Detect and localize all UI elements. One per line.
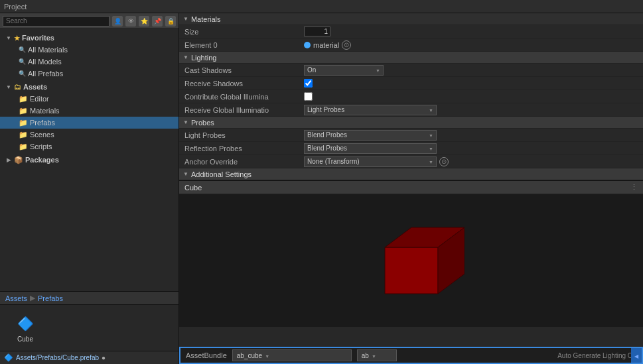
breadcrumb-assets[interactable]: Assets	[5, 294, 27, 302]
size-input[interactable]	[304, 27, 330, 36]
cast-shadows-dropdown[interactable]: On	[304, 65, 384, 76]
probes-section-header[interactable]: Probes	[179, 117, 643, 129]
receive-gi-dropdown[interactable]: Light Probes	[304, 105, 437, 115]
top-bar: Project	[0, 0, 643, 13]
star-icon[interactable]: ⭐	[139, 16, 149, 27]
anchor-override-value: None (Transform)	[304, 156, 638, 167]
all-materials-label: All Materials	[28, 46, 68, 54]
contribute-gi-checkbox[interactable]	[304, 92, 313, 101]
scripts-folder-icon: 📁	[19, 143, 28, 151]
light-probes-value: Blend Probes	[304, 130, 638, 141]
scenes-item[interactable]: 📁 Scenes	[0, 129, 179, 141]
left-toolbar: 👤 👁 ⭐ 📌 🔒	[0, 13, 179, 29]
all-prefabs-label: All Prefabs	[28, 70, 63, 78]
all-models-label: All Models	[28, 58, 62, 66]
anchor-override-target-icon[interactable]	[439, 157, 449, 166]
pin-icon[interactable]: 📌	[152, 16, 163, 27]
search-small-icon3: 🔍	[19, 70, 26, 77]
probes-section-arrow	[183, 119, 188, 125]
preview-label: Cube	[184, 184, 202, 192]
light-probes-dropdown[interactable]: Blend Probes	[304, 130, 437, 141]
anchor-override-dropdown[interactable]: None (Transform)	[304, 156, 437, 167]
packages-header[interactable]: 📦 Packages	[0, 154, 179, 166]
favorites-label: Favorites	[22, 34, 54, 42]
receive-gi-row: Receive Global Illuminatio Light Probes	[179, 103, 643, 117]
variant-dropdown-text: ab	[362, 352, 369, 359]
cast-shadows-value: On	[304, 65, 638, 76]
element0-text: material	[313, 41, 339, 49]
receive-shadows-row: Receive Shadows	[179, 77, 643, 90]
editor-label: Editor	[30, 95, 49, 103]
reflection-probes-dropdown-text: Blend Probes	[307, 145, 347, 152]
breadcrumb: Assets ▶ Prefabs	[0, 292, 179, 305]
right-panel: Materials Size Element 0 material Ligh	[179, 13, 643, 364]
lighting-section-label: Lighting	[191, 54, 217, 62]
scenes-label: Scenes	[30, 131, 54, 139]
lock-icon[interactable]: 🔒	[165, 16, 176, 27]
reflection-probes-row: Reflection Probes Blend Probes	[179, 142, 643, 155]
receive-gi-dropdown-text: Light Probes	[307, 106, 344, 113]
favorites-star-icon: ★	[14, 34, 20, 42]
anchor-override-dropdown-arrow	[426, 158, 433, 165]
bundle-dropdown[interactable]: ab_cube	[232, 349, 352, 361]
assetbundle-label: AssetBundle	[186, 351, 227, 359]
receive-gi-dropdown-arrow	[426, 106, 433, 113]
editor-item[interactable]: 📁 Editor	[0, 93, 179, 105]
element0-row: Element 0 material	[179, 38, 643, 52]
materials-item[interactable]: 📁 Materials	[0, 105, 179, 117]
modified-dot: ●	[102, 354, 106, 361]
element0-target-icon[interactable]	[342, 40, 351, 50]
element0-label: Element 0	[184, 41, 304, 49]
search-input[interactable]	[3, 16, 109, 27]
reflection-probes-label: Reflection Probes	[184, 145, 304, 152]
light-probes-row: Light Probes Blend Probes	[179, 129, 643, 142]
additional-section-arrow	[183, 171, 188, 177]
receive-shadows-checkbox[interactable]	[304, 79, 313, 88]
breadcrumb-prefabs[interactable]: Prefabs	[38, 294, 63, 302]
person-icon[interactable]: 👤	[112, 16, 123, 27]
all-prefabs-item[interactable]: 🔍 All Prefabs	[0, 68, 179, 80]
materials-label: Materials	[30, 107, 60, 115]
eye-icon[interactable]: 👁	[125, 16, 136, 27]
prefabs-item[interactable]: 📁 Prefabs	[0, 117, 179, 129]
svg-marker-0	[385, 247, 438, 294]
assets-folder-icon: 🗂	[14, 83, 21, 91]
scripts-item[interactable]: 📁 Scripts	[0, 141, 179, 152]
variant-dropdown-arrow	[372, 352, 376, 359]
contribute-gi-value	[304, 92, 638, 101]
receive-gi-label: Receive Global Illuminatio	[184, 106, 304, 114]
autogen-label: Auto Generate Lighting Off	[557, 352, 636, 359]
anchor-override-dropdown-text: None (Transform)	[307, 158, 360, 165]
light-probes-dropdown-arrow	[426, 131, 433, 139]
additional-section-header[interactable]: Additional Settings	[179, 168, 643, 180]
all-materials-item[interactable]: 🔍 All Materials	[0, 44, 179, 56]
inspector: Materials Size Element 0 material Ligh	[179, 13, 643, 347]
project-label: Project	[4, 3, 27, 11]
favorites-section: ★ Favorites 🔍 All Materials 🔍 All Models…	[0, 32, 179, 80]
element0-value: material	[304, 40, 638, 50]
materials-section-header[interactable]: Materials	[179, 13, 643, 25]
preview-area	[179, 194, 643, 327]
scripts-label: Scripts	[30, 143, 52, 151]
preview-menu-icon[interactable]: ⋮	[630, 183, 638, 192]
variant-dropdown[interactable]: ab	[357, 349, 397, 361]
anchor-override-label: Anchor Override	[184, 158, 304, 166]
blue-tab-arrow-icon	[634, 351, 638, 359]
asset-path: Assets/Prefabs/Cube.prefab	[16, 354, 99, 361]
packages-folder-icon: 📦	[14, 156, 23, 164]
size-value	[304, 27, 638, 36]
lighting-section-header[interactable]: Lighting	[179, 52, 643, 64]
reflection-probes-dropdown[interactable]: Blend Probes	[304, 143, 437, 154]
scenes-folder-icon: 📁	[19, 131, 28, 139]
asset-grid: 🔷 Cube	[0, 305, 179, 351]
blue-tab[interactable]	[631, 348, 642, 363]
all-models-item[interactable]: 🔍 All Models	[0, 56, 179, 68]
cube-asset-item[interactable]: 🔷 Cube	[5, 310, 45, 345]
assets-section: 🗂 Assets 📁 Editor 📁 Materials 📁 Prefabs …	[0, 81, 179, 152]
assets-header[interactable]: 🗂 Assets	[0, 81, 179, 93]
search-small-icon2: 🔍	[19, 58, 26, 65]
cast-shadows-row: Cast Shadows On	[179, 64, 643, 77]
favorites-header[interactable]: ★ Favorites	[0, 32, 179, 44]
light-probes-dropdown-text: Blend Probes	[307, 131, 347, 139]
material-dot-icon	[304, 42, 311, 48]
